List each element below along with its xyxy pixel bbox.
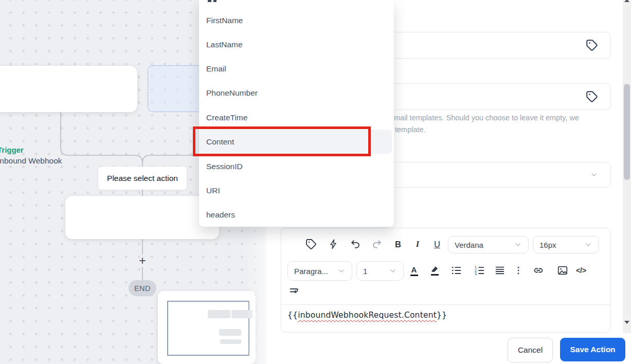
link-icon[interactable] [531,263,546,278]
align-icon[interactable] [492,263,508,278]
numbered-list-icon[interactable]: 1. 2. 3. [472,263,488,278]
merge-tag-open: {{ [287,311,298,320]
chevron-down-icon [337,267,346,275]
code-label: </> [576,266,586,275]
dropdown-item-label: URI [206,186,220,195]
trigger-node-title: Trigger [0,145,24,154]
editor-divider [281,304,610,305]
dropdown-item-label: CreateTime [206,113,247,122]
dropdown-item-label: SessionID [206,162,243,171]
dropdown-item-label: FirstName [206,16,243,25]
undo-icon[interactable] [348,236,364,252]
rich-text-editor: B I U Verdana 16px Paragra... 1 [281,228,611,333]
webhook-fields-dropdown: FirstName LastName Email PhoneNumber Cre… [199,0,394,227]
end-badge: END [129,280,156,296]
save-action-button[interactable]: Save Action [560,338,625,361]
line-height-select[interactable]: 1 [356,261,404,281]
cancel-label: Cancel [518,345,543,355]
underline-button[interactable]: U [429,236,445,252]
font-family-select[interactable]: Verdana [448,236,529,253]
create-contact-node[interactable]: Create Contact [65,196,219,239]
bold-label: B [395,240,401,249]
more-options-icon[interactable] [511,263,526,278]
chevron-down-icon [584,241,592,249]
dropdown-item-uri[interactable]: URI [199,178,394,203]
dropdown-item-lastname[interactable]: LastName [199,32,394,57]
font-family-value: Verdana [455,241,483,249]
editor-content[interactable]: {{inboundWebhookRequest.Content}} [287,311,601,320]
dropdown-item-email[interactable]: Email [199,57,394,81]
color-bar [431,274,439,276]
please-select-action-text: Please select action [107,174,178,183]
cancel-button[interactable]: Cancel [508,338,553,362]
font-color-label: A [411,265,417,274]
highlight-color-button[interactable] [427,263,442,278]
save-action-label: Save Action [570,345,615,354]
minimap-node [208,310,230,318]
please-select-action-label: Please select action [98,167,187,190]
code-view-button[interactable]: </> [573,263,589,278]
dropdown-item-label: headers [206,210,235,219]
bullet-list-icon[interactable] [449,263,464,278]
dropdown-item-firstname[interactable]: FirstName [199,8,394,32]
scroll-down-arrow-icon[interactable] [624,321,629,324]
font-size-value: 16px [539,241,556,249]
lightning-icon[interactable] [326,236,341,252]
paragraph-style-value: Paragra... [294,267,328,276]
italic-button[interactable]: I [410,236,425,252]
line-height-value: 1 [363,267,367,276]
text-wrap-icon[interactable] [286,284,302,299]
end-text: END [134,284,151,293]
add-step-button[interactable]: + [135,253,150,268]
merge-tag-variable: inboundWebhookRequest.Content [298,311,437,320]
clipped-text-remnant [208,0,211,2]
chevron-down-icon [389,267,397,275]
minimap-viewport[interactable] [167,301,249,356]
scrollbar-thumb[interactable] [624,84,630,180]
plus-glyph: + [139,254,146,268]
clipped-text-remnant [213,0,217,2]
svg-text:3.: 3. [475,272,478,276]
helper-text-line2: template. [395,125,426,134]
helper-text-line1: mail templates. Should you choose to lea… [394,114,579,122]
tag-icon[interactable] [585,38,599,52]
tag-icon[interactable] [303,236,319,252]
chevron-down-icon [514,241,522,249]
merge-tag-close: }} [437,311,447,320]
image-icon[interactable] [555,263,570,278]
dropdown-item-createtime[interactable]: CreateTime [199,105,394,130]
scrollbar-track[interactable] [623,0,631,333]
trigger-node-subtitle: Inbound Webhook [0,156,62,166]
font-color-button[interactable]: A [406,263,422,278]
italic-label: I [416,239,419,249]
dropdown-item-phonenumber[interactable]: PhoneNumber [199,81,394,105]
trigger-node[interactable]: Trigger Inbound Webhook [0,66,137,112]
dropdown-item-label: Email [206,64,226,73]
color-bar [410,275,418,276]
redo-icon[interactable] [369,236,384,252]
bold-button[interactable]: B [390,236,406,252]
paragraph-style-select[interactable]: Paragra... [287,261,352,281]
workflow-builder-screen: Trigger Inbound Webhook + Add Please sel… [0,0,631,364]
font-size-select[interactable]: 16px [533,236,599,253]
minimap-node [219,329,241,336]
scroll-up-arrow-icon[interactable] [624,0,629,2]
minimap-node [220,339,241,344]
dropdown-item-sessionid[interactable]: SessionID [199,154,394,178]
dropdown-item-headers[interactable]: headers [199,203,394,227]
chevron-down-icon [590,171,598,179]
minimap[interactable] [158,291,256,364]
dropdown-item-label: LastName [206,40,243,49]
underline-label: U [434,240,440,249]
annotation-highlight-box [193,126,371,156]
dropdown-item-label: PhoneNumber [206,88,258,97]
tag-icon[interactable] [585,89,599,104]
